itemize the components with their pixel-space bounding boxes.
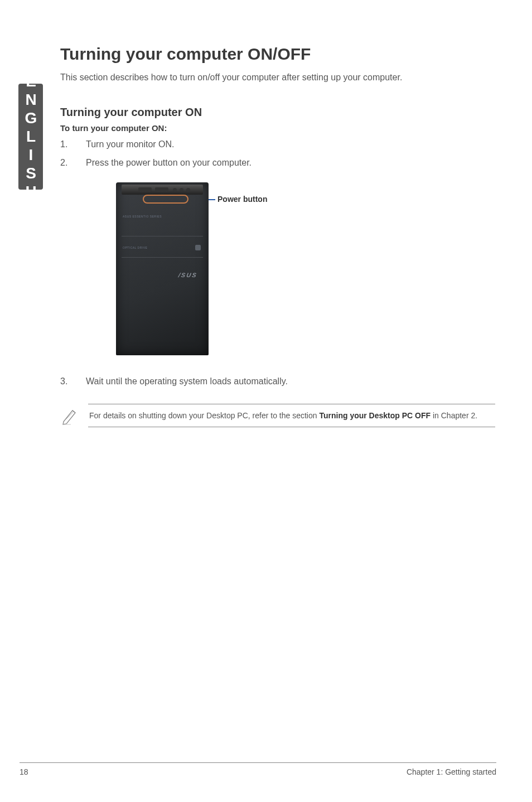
step-number: 2.: [60, 157, 86, 169]
list-item: 1. Turn your monitor ON.: [60, 138, 495, 151]
drive-label: OPTICAL DRIVE: [123, 246, 147, 249]
list-item: 2. Press the power button on your comput…: [60, 157, 495, 169]
divider: [122, 257, 203, 258]
page-footer: 18 Chapter 1: Getting started: [20, 762, 496, 776]
list-item: 3. Wait until the operating system loads…: [60, 375, 495, 388]
product-image-block: ASUS ESSENTIO SERIES OPTICAL DRIVE /SUS …: [116, 182, 495, 355]
lock-icon: [195, 245, 201, 250]
step-number: 3.: [60, 375, 86, 388]
note-block: For details on shutting down your Deskto…: [60, 404, 495, 427]
step-number: 1.: [60, 138, 86, 151]
intro-text: This section describes how to turn on/of…: [60, 71, 495, 84]
section-subheading: To turn your computer ON:: [60, 123, 495, 133]
step-text: Press the power button on your computer.: [86, 157, 252, 169]
divider: [122, 236, 203, 236]
series-label: ASUS ESSENTIO SERIES: [123, 215, 162, 218]
section-heading: Turning your computer ON: [60, 106, 495, 119]
note-strong: Turning your Desktop PC OFF: [319, 411, 431, 420]
chapter-label: Chapter 1: Getting started: [407, 767, 496, 776]
brand-logo: /SUS: [178, 272, 198, 278]
page-title: Turning your computer ON/OFF: [60, 45, 495, 64]
pc-case-illustration: ASUS ESSENTIO SERIES OPTICAL DRIVE /SUS: [116, 182, 209, 355]
step-text: Turn your monitor ON.: [86, 138, 175, 151]
pencil-icon: [60, 404, 88, 426]
language-tab-label: ENGLISH: [22, 73, 40, 201]
power-button-highlight: [143, 195, 188, 204]
step-text: Wait until the operating system loads au…: [86, 375, 288, 388]
io-slot-icon: [155, 187, 168, 192]
language-tab: ENGLISH: [18, 84, 43, 190]
page-number: 18: [20, 767, 28, 776]
note-post: in Chapter 2.: [431, 411, 477, 420]
note-pre: For details on shutting down your Deskto…: [89, 411, 319, 420]
callout-label: Power button: [217, 195, 267, 204]
page-content: Turning your computer ON/OFF This sectio…: [60, 45, 495, 427]
note-text: For details on shutting down your Deskto…: [88, 404, 495, 427]
io-slot-icon: [138, 187, 152, 192]
